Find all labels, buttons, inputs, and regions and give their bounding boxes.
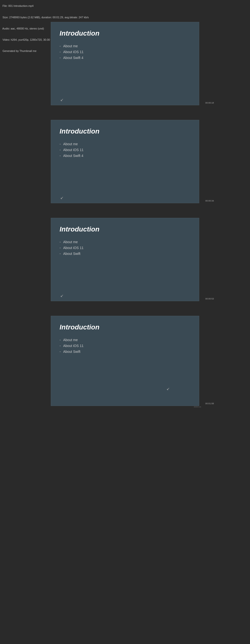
watermark: dolori.os [194, 406, 201, 408]
timestamp-3: 00:00:53 [205, 298, 214, 300]
slide-1-title: Introduction [60, 30, 190, 37]
list-item: About Swift 4 [60, 56, 190, 60]
slide-container-1: Introduction About me About iOS 11 About… [51, 22, 199, 105]
cursor-4: ↙ [167, 386, 170, 391]
list-item: About me [60, 240, 190, 244]
file-info-line2: Size: 2748993 bytes (2.62 MiB), duration… [3, 16, 89, 19]
list-item: About Swift 4 [60, 154, 190, 158]
timestamp-4: 00:01:08 [205, 402, 214, 405]
slide-4-list: About me About iOS 11 About Swift [60, 338, 190, 354]
list-item: About iOS 11 [60, 50, 190, 54]
timestamp-1: 00:00:18 [205, 102, 214, 104]
slide-1: Introduction About me About iOS 11 About… [51, 22, 199, 105]
slide-2-list: About me About iOS 11 About Swift 4 [60, 142, 190, 158]
slide-2: Introduction About me About iOS 11 About… [51, 120, 199, 203]
cursor-3: ↙ [60, 293, 63, 298]
slide-container-3: Introduction About me About iOS 11 About… [51, 218, 199, 301]
slide-container-2: Introduction About me About iOS 11 About… [51, 120, 199, 203]
slide-4: Introduction About me About iOS 11 About… [51, 316, 199, 406]
list-item: About Swift [60, 252, 190, 256]
slide-section-2: Introduction About me About iOS 11 About… [0, 120, 250, 203]
list-item: About iOS 11 [60, 246, 190, 250]
page-wrapper: Introduction About me About iOS 11 About… [0, 0, 250, 406]
list-item: About iOS 11 [60, 344, 190, 348]
list-item: About me [60, 142, 190, 146]
slide-3-title: Introduction [60, 226, 190, 233]
cursor-2: ↙ [60, 196, 63, 200]
slide-3: Introduction About me About iOS 11 About… [51, 218, 199, 301]
list-item: About Swift [60, 350, 190, 354]
timestamp-2: 00:00:34 [205, 200, 214, 202]
list-item: About me [60, 44, 190, 48]
cursor-1: ↙ [60, 98, 63, 102]
slide-section-3: Introduction About me About iOS 11 About… [0, 218, 250, 301]
slide-3-list: About me About iOS 11 About Swift [60, 240, 190, 256]
list-item: About iOS 11 [60, 148, 190, 152]
slide-container-4: Introduction About me About iOS 11 About… [51, 316, 199, 406]
list-item: About me [60, 338, 190, 342]
slide-4-title: Introduction [60, 323, 190, 331]
slide-2-title: Introduction [60, 128, 190, 135]
slide-section-1: Introduction About me About iOS 11 About… [0, 22, 250, 105]
file-info-line1: File: 001 Introduction.mp4 [3, 4, 34, 7]
slide-1-list: About me About iOS 11 About Swift 4 [60, 44, 190, 60]
slide-section-4: Introduction About me About iOS 11 About… [0, 316, 250, 406]
